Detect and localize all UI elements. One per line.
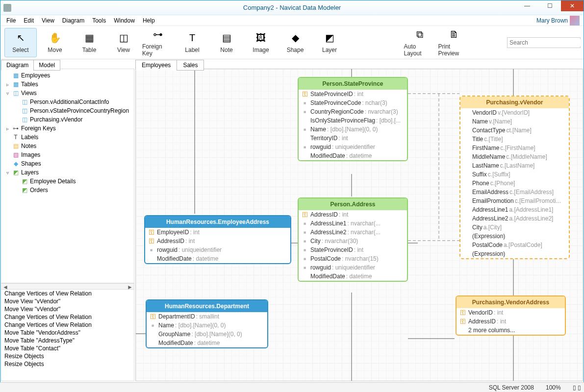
history-item[interactable]: Resize Objects xyxy=(1,352,134,360)
history-item[interactable]: Change Vertices of View Relation xyxy=(1,321,134,329)
column-row[interactable]: VendorID v.[VendorID] xyxy=(460,108,569,117)
column-row[interactable]: ◆Name: [dbo].[Name](0, 0) xyxy=(299,125,407,134)
tree-item[interactable]: ◫Person.vAdditionalContactInfo xyxy=(1,98,134,106)
column-row[interactable]: ◆rowguid: uniqueidentifier xyxy=(299,143,407,151)
menu-edit[interactable]: Edit xyxy=(20,16,38,25)
column-row[interactable]: ⚿VendorID: int xyxy=(457,308,565,317)
column-row[interactable]: IsOnlyStateProvinceFlag: [dbo].[... xyxy=(299,116,407,125)
column-row[interactable]: ◆StateProvinceID: int xyxy=(299,245,407,254)
search-input[interactable] xyxy=(509,39,583,46)
avatar[interactable] xyxy=(570,16,580,25)
minimize-button[interactable]: — xyxy=(516,0,538,11)
history-item[interactable]: Move Table "Contact" xyxy=(1,344,134,352)
column-row[interactable]: TerritoryID: int xyxy=(299,134,407,143)
column-row[interactable]: ModifiedDate: datetime xyxy=(299,151,407,160)
expand-icon[interactable]: ▿ xyxy=(4,170,10,175)
menu-file[interactable]: File xyxy=(2,16,20,25)
toolbtn-layer[interactable]: ◩Layer xyxy=(313,28,346,57)
column-row[interactable]: City a.[City] xyxy=(460,223,569,232)
column-row[interactable]: ⚿AddressID: int xyxy=(145,237,290,245)
tab-employees[interactable]: Employees xyxy=(135,60,177,71)
tree[interactable]: ▦Employees▹▦Tables▿◫Views◫Person.vAdditi… xyxy=(1,69,134,283)
tree-item[interactable]: ▤Notes xyxy=(1,142,134,150)
tab-diagram[interactable]: Diagram xyxy=(1,60,34,71)
column-row[interactable]: ◆Name: [dbo].[Name](0, 0) xyxy=(147,321,267,330)
view-mode-icons[interactable]: ▯ ▯ xyxy=(573,384,581,391)
tree-item[interactable]: TLabels xyxy=(1,133,134,142)
history-item[interactable]: Change Vertices of View Relation xyxy=(1,313,134,321)
column-row[interactable]: PostalCode a.[PostalCode] xyxy=(460,241,569,249)
history-item[interactable]: Move View "vVendor" xyxy=(1,305,134,313)
entity-address[interactable]: Person.Address⚿AddressID: int◆AddressLin… xyxy=(298,197,408,282)
entity-title[interactable]: Person.StateProvince xyxy=(299,78,407,90)
column-row[interactable]: ◆rowguid: uniqueidentifier xyxy=(145,245,290,254)
toolbtn-label[interactable]: TLabel xyxy=(176,28,208,57)
column-row[interactable]: EmailPromotion c.[EmailPromoti... xyxy=(460,196,569,205)
column-row[interactable]: ModifiedDate: datetime xyxy=(145,254,290,263)
column-row[interactable]: LastName c.[LastName] xyxy=(460,161,569,170)
column-row[interactable]: ⚿DepartmentID: smallint xyxy=(147,312,267,321)
column-row[interactable]: Suffix c.[Suffix] xyxy=(460,170,569,179)
tree-item[interactable]: ▹▦Tables xyxy=(1,80,134,89)
column-row[interactable]: FirstName c.[FirstName] xyxy=(460,144,569,152)
tree-item[interactable]: ◫Purchasing.vVendor xyxy=(1,115,134,124)
column-row[interactable]: EmailAddress c.[EmailAddress] xyxy=(460,188,569,196)
column-row[interactable]: ModifiedDate: datetime xyxy=(299,272,407,281)
search-box[interactable]: 🔍 xyxy=(507,37,581,48)
entity-vendor-address[interactable]: Purchasing.VendorAddress⚿VendorID: int⚿A… xyxy=(456,295,566,336)
column-row[interactable]: ◆AddressLine2: nvarchar(... xyxy=(299,228,407,237)
column-row[interactable]: ◆City: nvarchar(30) xyxy=(299,237,407,245)
toolbtn-move[interactable]: ✋Move xyxy=(39,28,71,57)
column-row[interactable]: (Expression) xyxy=(460,249,569,258)
entity-title[interactable]: Person.Address xyxy=(299,198,407,210)
column-row[interactable]: ContactType ct.[Name] xyxy=(460,126,569,135)
expand-icon[interactable]: ▹ xyxy=(4,126,10,131)
expand-icon[interactable]: ▿ xyxy=(4,91,10,96)
column-row[interactable]: ◆rowguid: uniqueidentifier xyxy=(299,263,407,272)
toolbtn-auto-layout[interactable]: ⧉Auto Layout xyxy=(404,28,436,57)
column-row[interactable]: ⚿StateProvinceID: int xyxy=(299,90,407,98)
maximize-button[interactable]: ☐ xyxy=(538,0,561,11)
menu-view[interactable]: View xyxy=(38,16,58,25)
column-row[interactable]: ◆PostalCode: nvarchar(15) xyxy=(299,254,407,263)
entity-title[interactable]: Purchasing.VendorAddress xyxy=(457,296,565,308)
entity-title[interactable]: HumanResources.EmployeeAddress xyxy=(145,216,290,228)
column-row[interactable]: MiddleName c.[MiddleName] xyxy=(460,152,569,161)
history-item[interactable]: Resize Objects xyxy=(1,360,134,368)
scroll-left-icon[interactable]: ◄ xyxy=(2,284,8,289)
user-name[interactable]: Mary Brown xyxy=(536,17,568,24)
column-row[interactable]: ⚿EmployeeID: int xyxy=(145,228,290,237)
column-row[interactable]: AddressLine2 a.[AddressLine2] xyxy=(460,214,569,223)
tree-item[interactable]: ◆Shapes xyxy=(1,159,134,168)
toolbtn-select[interactable]: ↖Select xyxy=(4,28,37,57)
entity-department[interactable]: HumanResources.Department⚿DepartmentID: … xyxy=(146,299,268,348)
entity-state-province[interactable]: Person.StateProvince⚿StateProvinceID: in… xyxy=(298,77,408,161)
column-row[interactable]: 2 more columns... xyxy=(457,326,565,335)
column-row[interactable]: Name v.[Name] xyxy=(460,117,569,126)
column-row[interactable]: ⚿AddressID: int xyxy=(299,210,407,219)
diagram-canvas[interactable]: Person.StateProvince⚿StateProvinceID: in… xyxy=(135,69,583,381)
tree-item[interactable]: ◩Orders xyxy=(1,186,134,195)
entity-employee-address[interactable]: HumanResources.EmployeeAddress⚿EmployeeI… xyxy=(144,215,291,264)
menu-window[interactable]: Window xyxy=(110,16,139,25)
toolbtn-image[interactable]: 🖼Image xyxy=(245,28,277,57)
entity-title[interactable]: Purchasing.vVendor xyxy=(460,97,569,108)
toolbtn-table[interactable]: ▦Table xyxy=(73,28,105,57)
menu-tools[interactable]: Tools xyxy=(88,16,110,25)
history-item[interactable]: Move Table "AddressType" xyxy=(1,337,134,344)
tree-item[interactable]: ▿◫Views xyxy=(1,89,134,98)
toolbtn-print-preview[interactable]: 🗎Print Preview xyxy=(438,28,470,57)
column-row[interactable]: GroupName: [dbo].[Name](0, 0) xyxy=(147,330,267,339)
history-panel[interactable]: ◄► Change Vertices of View RelationMove … xyxy=(1,283,134,381)
close-button[interactable]: ✕ xyxy=(561,0,584,11)
scroll-right-icon[interactable]: ► xyxy=(127,284,133,289)
tree-item[interactable]: ▿◩Layers xyxy=(1,168,134,177)
toolbtn-shape[interactable]: ◆Shape xyxy=(279,28,311,57)
history-item[interactable]: Move View "vVendor" xyxy=(1,297,134,305)
column-row[interactable]: Phone c.[Phone] xyxy=(460,179,569,188)
expand-icon[interactable]: ▹ xyxy=(4,82,10,87)
column-row[interactable]: ◆CountryRegionCode: nvarchar(3) xyxy=(299,107,407,116)
entity-vvendor[interactable]: Purchasing.vVendorVendorID v.[VendorID]N… xyxy=(459,96,570,259)
column-row[interactable]: AddressLine1 a.[AddressLine1] xyxy=(460,205,569,214)
menu-help[interactable]: Help xyxy=(139,16,159,25)
